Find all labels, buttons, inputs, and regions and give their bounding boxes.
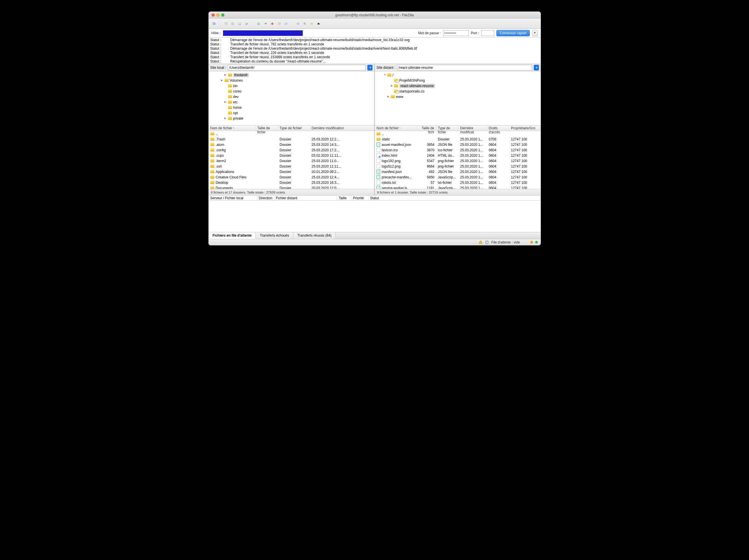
local-path-input[interactable] [228, 65, 366, 70]
local-col-size[interactable]: Taille de fichie [256, 126, 278, 131]
compare-button[interactable] [308, 21, 315, 27]
cancel-button[interactable] [269, 21, 275, 27]
file-icon [377, 170, 380, 174]
tab-failed[interactable]: Transferts échoués [256, 232, 293, 239]
binoculars-button[interactable] [316, 21, 322, 27]
svg-line-18 [305, 24, 306, 25]
tree-item[interactable]: bin [209, 83, 374, 88]
local-file-list[interactable]: ...TrashDossier25.03.2020 12:2....atomDo… [209, 131, 374, 189]
help-icon[interactable]: ? [485, 240, 489, 244]
tree-item[interactable]: ProjetMISNPong [375, 78, 541, 83]
tree-item[interactable]: ▶react-ultimate-resume [375, 83, 541, 88]
local-path-dropdown[interactable]: ▼ [367, 65, 372, 70]
tree-item[interactable]: ▼/ [375, 72, 541, 78]
list-item[interactable]: DesktopDossier25.03.2020 16:3... [209, 180, 374, 185]
site-manager-button[interactable] [211, 21, 217, 27]
filter-button[interactable] [295, 21, 301, 27]
local-list-header[interactable]: Nom de fichier Taille de fichie Type de … [209, 126, 374, 131]
file-icon [377, 143, 380, 147]
tree-item[interactable]: ▶www [375, 94, 541, 99]
tab-success[interactable]: Transferts réussis (64) [294, 232, 336, 239]
list-item[interactable]: logo512.png9664png-fichier25.03.2020 1..… [375, 164, 541, 169]
disconnect-button[interactable] [276, 21, 282, 27]
list-item[interactable]: DocumentsDossier20.03.2020 12:0... [209, 185, 374, 189]
tree-item[interactable]: ▶Volumes [209, 78, 374, 83]
tab-queued[interactable]: Fichiers en file d'attente [209, 232, 256, 239]
list-item[interactable]: robots.txt57txt-fichier25.03.2020 1...06… [375, 180, 541, 185]
list-item[interactable]: .. [375, 131, 541, 136]
search-button[interactable] [302, 21, 308, 27]
quick-connect-button[interactable]: Connexion rapide [496, 30, 530, 36]
local-col-date[interactable]: Dernière modification [310, 126, 374, 131]
list-item[interactable]: .. [209, 131, 374, 136]
host-input[interactable] [223, 30, 303, 36]
list-item[interactable]: asset-manifest.json3854JSON file25.03.20… [375, 142, 541, 147]
remote-col-type[interactable]: Type de fichie [436, 126, 458, 131]
list-item[interactable]: .atomDossier25.03.2020 14:3... [209, 142, 374, 147]
folder-icon [210, 132, 214, 135]
list-item[interactable]: index.html2404HTML do...25.03.2020 1...0… [375, 153, 541, 158]
lock-icon[interactable] [479, 240, 483, 244]
tree-item[interactable]: cores [209, 88, 374, 94]
folder-icon [210, 175, 214, 179]
list-item[interactable]: ApplicationsDossier20.01.2020 09:2... [209, 169, 374, 174]
folder-icon [210, 137, 214, 141]
tree-item[interactable]: home [209, 105, 374, 110]
queue-header[interactable]: Serveur / Fichier local Direction Fichie… [209, 195, 541, 201]
quick-connect-dropdown[interactable]: ▼ [532, 30, 538, 36]
tree-item[interactable]: ▶private [209, 115, 374, 121]
refresh-button[interactable] [255, 21, 262, 27]
list-item[interactable]: precache-manifes...5850JavaScrip...25.03… [375, 174, 541, 180]
list-item[interactable]: .iterm2Dossier25.03.2020 11:0... [209, 158, 374, 164]
local-tree[interactable]: ▶thedamfr▶Volumesbincoresdev▶etchomeopt▶… [209, 71, 374, 126]
list-item[interactable]: .TrashDossier25.03.2020 12:2... [209, 136, 374, 142]
remote-col-size[interactable]: Taille de fichi [417, 126, 436, 131]
remote-col-name[interactable]: Nom de fichier [375, 126, 417, 131]
list-item[interactable]: service-worker.js1181JavaScrip...25.03.2… [375, 185, 541, 189]
local-col-type[interactable]: Type de fichier [278, 126, 310, 131]
list-item[interactable]: manifest.json492JSON file25.03.2020 1...… [375, 169, 541, 174]
window-title: goodmorn@ftp.cluster006.hosting.ovh.net … [209, 13, 541, 17]
remote-list-header[interactable]: Nom de fichier Taille de fichi Type de f… [375, 126, 541, 131]
reconnect-button[interactable] [283, 21, 289, 27]
tree-item[interactable]: ▶thedamfr [209, 72, 374, 78]
file-icon [377, 148, 380, 152]
remote-col-owner[interactable]: Propriétaire/Gro [509, 126, 541, 131]
list-item[interactable]: .configDossier25.03.2020 17:2... [209, 147, 374, 153]
toggle-sync-button[interactable] [243, 21, 250, 27]
list-item[interactable]: staticDossier25.03.2020 1...070512747 10… [375, 136, 541, 142]
file-icon [377, 186, 380, 189]
list-item[interactable]: .sshDossier25.03.2020 11:11... [209, 164, 374, 169]
toggle-log-button[interactable] [223, 21, 229, 27]
remote-col-perm[interactable]: Droits d'accès [487, 126, 509, 131]
list-item[interactable]: logo192.png5347png-fichier25.03.2020 1..… [375, 158, 541, 164]
list-item[interactable]: favicon.ico3870ico-fichier25.03.2020 1..… [375, 147, 541, 153]
toolbar [209, 19, 541, 29]
queue-list[interactable] [209, 201, 541, 232]
toggle-queue-button[interactable] [237, 21, 243, 27]
message-log[interactable]: Statut :Démarrage de l'envoi de /Users/t… [209, 37, 541, 64]
tree-item[interactable]: dev [209, 94, 374, 99]
svg-point-10 [266, 23, 266, 23]
local-pane: Site local : ▼ ▶thedamfr▶Volumesbincores… [209, 64, 375, 195]
tree-item[interactable]: startuponrails.co [375, 88, 541, 94]
remote-path-dropdown[interactable]: ▼ [534, 65, 539, 70]
list-item[interactable]: .cupsDossier03.02.2020 11:11... [209, 153, 374, 158]
remote-col-date[interactable]: Dernière modificat [458, 126, 487, 131]
password-input[interactable] [443, 30, 469, 36]
list-item[interactable]: Creative Cloud FilesDossier25.03.2020 12… [209, 174, 374, 180]
tree-item[interactable]: opt [209, 110, 374, 115]
remote-path-input[interactable] [397, 65, 532, 70]
file-icon [377, 175, 380, 179]
remote-file-list[interactable]: ..staticDossier25.03.2020 1...070512747 … [375, 131, 541, 189]
toggle-tree-button[interactable] [230, 21, 236, 27]
queue-status: File d'attente : vide [491, 240, 520, 244]
folder-icon [210, 186, 214, 189]
local-col-name[interactable]: Nom de fichier [209, 126, 256, 131]
tree-item[interactable]: ▶etc [209, 99, 374, 105]
remote-site-label: Site distant : [377, 66, 395, 70]
remote-tree[interactable]: ▼/ProjetMISNPong▶react-ultimate-resumest… [375, 71, 541, 126]
port-input[interactable] [481, 30, 494, 36]
folder-icon [228, 117, 232, 120]
process-queue-button[interactable] [262, 21, 269, 27]
